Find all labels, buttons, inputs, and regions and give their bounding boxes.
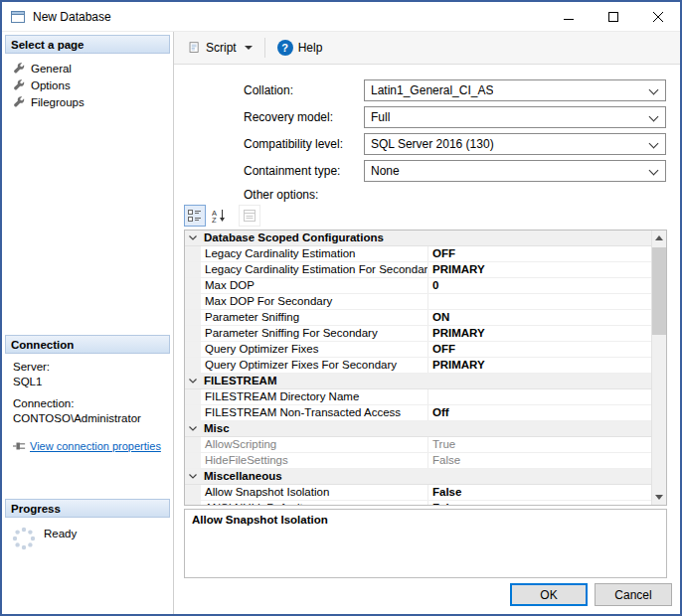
sidebar: Select a page GeneralOptionsFilegroups C… [2, 32, 174, 614]
dialog-body: Select a page GeneralOptionsFilegroups C… [2, 32, 680, 614]
sidebar-item-general[interactable]: General [13, 60, 170, 77]
window-controls [546, 2, 680, 31]
description-title: Allow Snapshot Isolation [192, 514, 659, 526]
property-value [428, 294, 651, 309]
property-value [428, 389, 651, 404]
row-margin [185, 358, 201, 373]
collation-dropdown[interactable]: Latin1_General_CI_AS [364, 79, 666, 101]
collapse-chevron-icon [185, 231, 201, 245]
arrow-up-icon [655, 235, 663, 240]
collapse-chevron-icon [185, 421, 201, 436]
property-name: Query Optimizer Fixes [201, 342, 428, 357]
row-margin [185, 326, 201, 341]
sidebar-item-label: General [31, 63, 72, 75]
collapse-chevron-icon [185, 374, 201, 388]
minimize-button[interactable] [546, 2, 591, 31]
property-value: False [428, 501, 651, 505]
collation-value: Latin1_General_CI_AS [371, 83, 493, 97]
wrench-icon [13, 78, 26, 91]
connection-label: Connection: [13, 396, 170, 410]
row-margin [185, 453, 201, 468]
form-row-recovery-model: Recovery model:Full [244, 106, 666, 128]
help-label: Help [298, 41, 323, 55]
category-label: Miscellaneous [201, 469, 282, 484]
property-row[interactable]: Max DOP0 [185, 278, 651, 294]
property-value: 0 [428, 278, 651, 293]
property-row[interactable]: Legacy Cardinality Estimation For Second… [185, 262, 651, 278]
script-button[interactable]: Script [182, 37, 258, 59]
chevron-down-icon [649, 139, 659, 149]
grid-category-row[interactable]: Miscellaneous [185, 469, 651, 485]
progress-panel: Progress Ready [5, 499, 170, 554]
sidebar-item-options[interactable]: Options [13, 77, 170, 93]
property-row[interactable]: Legacy Cardinality EstimationOFF [185, 246, 651, 262]
property-name: Parameter Sniffing [201, 310, 428, 325]
property-description-panel: Allow Snapshot Isolation [184, 509, 667, 578]
server-label: Server: [13, 360, 170, 374]
property-row[interactable]: FILESTREAM Non-Transacted AccessOff [185, 405, 651, 421]
property-name: FILESTREAM Directory Name [201, 389, 428, 404]
grid-category-row[interactable]: Misc [185, 421, 651, 437]
form-fields: Collation:Latin1_General_CI_ASRecovery m… [174, 79, 680, 182]
property-value: PRIMARY [428, 262, 651, 277]
chevron-down-icon [649, 85, 659, 95]
progress-status: Ready [44, 528, 77, 539]
row-margin [185, 294, 201, 309]
row-margin [185, 405, 201, 420]
property-row[interactable]: Max DOP For Secondary [185, 294, 651, 310]
script-file-icon [188, 40, 201, 56]
categorized-button[interactable] [184, 205, 206, 227]
dialog-toolbar: Script ? Help [174, 32, 680, 65]
property-name: Legacy Cardinality Estimation [201, 246, 428, 261]
compatibility-level-dropdown[interactable]: SQL Server 2016 (130) [364, 133, 666, 155]
chevron-down-icon [649, 112, 659, 122]
property-name: AllowScripting [201, 437, 428, 452]
property-value: False [428, 453, 651, 468]
script-dropdown-caret[interactable] [245, 46, 253, 50]
grid-category-row[interactable]: Database Scoped Configurations [185, 231, 651, 246]
property-value: PRIMARY [428, 358, 651, 373]
alphabetical-button[interactable]: AZ [208, 205, 230, 227]
wrench-icon [13, 95, 26, 108]
help-button[interactable]: ? Help [271, 37, 329, 59]
property-row[interactable]: Parameter SniffingON [185, 310, 651, 326]
connection-panel: Connection Server: SQL1 Connection: CONT… [5, 335, 170, 453]
containment-type-dropdown[interactable]: None [364, 160, 666, 182]
property-pages-button[interactable] [239, 205, 260, 227]
maximize-button[interactable] [591, 2, 635, 31]
form-row-collation: Collation:Latin1_General_CI_AS [244, 79, 666, 101]
property-row[interactable]: FILESTREAM Directory Name [185, 389, 651, 405]
property-name: HideFileSettings [201, 453, 428, 468]
containment-type-label: Containment type: [244, 164, 364, 178]
property-value: Off [428, 405, 651, 420]
arrow-down-icon [655, 495, 663, 500]
scroll-up-button[interactable] [652, 231, 666, 245]
scroll-down-button[interactable] [652, 490, 666, 505]
grid-scrollbar[interactable] [651, 231, 666, 505]
property-row[interactable]: AllowScriptingTrue [185, 437, 651, 453]
grid-category-row[interactable]: FILESTREAM [185, 374, 651, 389]
ok-button[interactable]: OK [510, 583, 588, 606]
property-row[interactable]: Allow Snapshot IsolationFalse [185, 485, 651, 501]
close-button[interactable] [635, 2, 680, 31]
recovery-model-value: Full [371, 110, 390, 124]
row-margin [185, 501, 201, 505]
row-margin [185, 278, 201, 293]
recovery-model-dropdown[interactable]: Full [364, 106, 666, 128]
view-connection-properties-link[interactable]: View connection properties [30, 439, 161, 453]
sidebar-item-filegroups[interactable]: Filegroups [13, 93, 170, 110]
property-value: PRIMARY [428, 326, 651, 341]
options-page-content: Collation:Latin1_General_CI_ASRecovery m… [174, 65, 680, 614]
property-row[interactable]: HideFileSettingsFalse [185, 453, 651, 469]
cancel-button[interactable]: Cancel [595, 583, 672, 606]
property-row[interactable]: Query Optimizer Fixes For SecondaryPRIMA… [185, 358, 651, 374]
scroll-thumb[interactable] [652, 247, 666, 335]
property-row[interactable]: Query Optimizer FixesOFF [185, 342, 651, 358]
recovery-model-label: Recovery model: [244, 110, 364, 124]
property-row[interactable]: Parameter Sniffing For SecondaryPRIMARY [185, 326, 651, 342]
server-value: SQL1 [13, 375, 170, 388]
collapse-chevron-icon [185, 469, 201, 484]
property-value: False [428, 485, 651, 500]
property-row[interactable]: ANSI NULL DefaultFalse [185, 501, 651, 505]
connection-header: Connection [5, 335, 170, 354]
